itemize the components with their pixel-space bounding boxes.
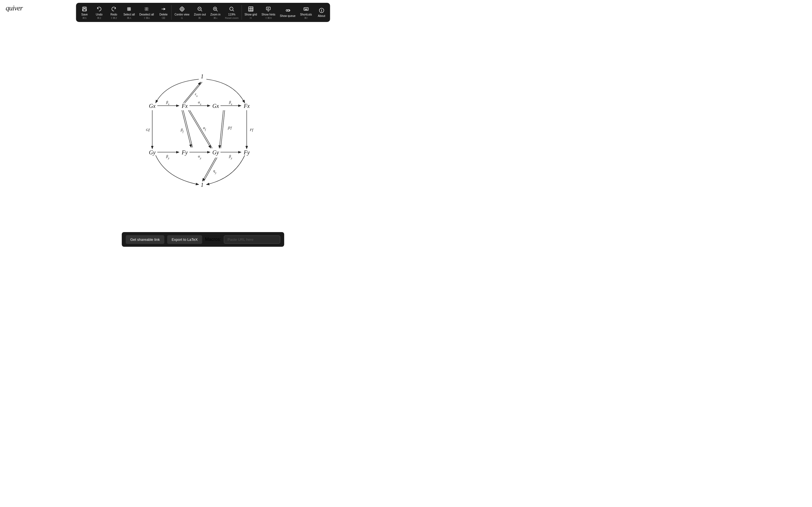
toolbar-shortcuts[interactable]: Shortcuts ⌘/ bbox=[298, 3, 314, 22]
label-beta-x2: βx bbox=[229, 100, 232, 106]
delete-shortcut: ⌫ bbox=[161, 17, 165, 19]
export-to-latex-button[interactable]: Export to LaTeX bbox=[167, 235, 202, 244]
toolbar-undo[interactable]: Undo ⌘Z bbox=[92, 3, 107, 22]
arc-1-to-gx bbox=[156, 79, 199, 103]
toolbar-redo[interactable]: Redo ⇧⌘Z bbox=[107, 3, 121, 22]
svg-rect-1 bbox=[84, 7, 86, 8]
toolbar-save[interactable]: Save ⌘S bbox=[77, 3, 92, 22]
toolbar-delete[interactable]: Delete ⌫ bbox=[156, 3, 171, 22]
show-hints-label: Show hints bbox=[262, 13, 275, 16]
label-eps-x: εx bbox=[195, 92, 198, 98]
label-gf-left: Gf bbox=[146, 128, 150, 132]
undo-label: Undo bbox=[96, 13, 103, 16]
svg-line-23 bbox=[216, 10, 218, 11]
commutative-diagram: .math { font-family: 'Times New Roman', … bbox=[124, 68, 282, 204]
svg-point-9 bbox=[145, 9, 147, 10]
toolbar-show-grid[interactable]: Show grid H bbox=[242, 3, 259, 22]
diagram: .math { font-family: 'Times New Roman', … bbox=[124, 68, 282, 205]
macros-url-input[interactable] bbox=[224, 235, 280, 244]
select-all-shortcut: ⌘A bbox=[127, 17, 131, 19]
svg-point-6 bbox=[129, 9, 131, 10]
toolbar-about[interactable]: About bbox=[314, 3, 329, 22]
svg-rect-32 bbox=[266, 7, 270, 10]
svg-rect-37 bbox=[304, 8, 308, 10]
redo-label: Redo bbox=[110, 13, 117, 16]
svg-point-45 bbox=[321, 9, 322, 10]
svg-point-4 bbox=[129, 7, 131, 9]
label-beta-y1: βy bbox=[166, 154, 169, 160]
select-all-icon bbox=[126, 6, 132, 12]
svg-point-3 bbox=[128, 7, 129, 9]
deselect-all-shortcut: ⇧⌘A bbox=[144, 17, 150, 19]
save-shortcut: ⌘S bbox=[82, 17, 87, 19]
info-icon bbox=[319, 7, 324, 14]
arrow-alpha-f-double bbox=[190, 110, 212, 148]
node-fx2: Fx bbox=[243, 103, 250, 109]
toolbar-deselect-all[interactable]: Deselect all ⇧⌘A bbox=[137, 3, 156, 22]
toolbar-show-queue[interactable]: Show queue bbox=[278, 3, 298, 22]
macros-label: Macros: bbox=[205, 237, 221, 242]
zoom-out-icon bbox=[197, 6, 203, 12]
toolbar-divider-1 bbox=[171, 5, 172, 20]
redo-icon bbox=[111, 6, 117, 12]
label-beta-y2: βy bbox=[229, 154, 232, 160]
canvas[interactable]: .math { font-family: 'Times New Roman', … bbox=[0, 25, 406, 253]
toolbar-reset-zoom[interactable]: − 119% Reset zoom bbox=[223, 3, 241, 22]
toolbar-zoom-out[interactable]: Zoom out ⌘- bbox=[192, 3, 208, 22]
save-icon bbox=[82, 6, 87, 12]
toolbar-centre-view[interactable]: Centre view G bbox=[172, 3, 192, 22]
node-gy2: Gy bbox=[212, 149, 219, 156]
toolbar-select-all[interactable]: Select all ⌘A bbox=[121, 3, 137, 22]
toolbar-show-hints[interactable]: Show hints ⇧⌘H bbox=[259, 3, 278, 22]
bottom-bar: Get shareable link Export to LaTeX Macro… bbox=[122, 232, 284, 247]
label-alpha-x: αx bbox=[198, 100, 201, 106]
show-grid-label: Show grid bbox=[245, 13, 257, 16]
label-alpha-f: αf bbox=[203, 126, 206, 131]
toolbar-divider-2 bbox=[241, 5, 242, 20]
select-all-label: Select all bbox=[123, 13, 135, 16]
node-gx1: Gx bbox=[149, 103, 155, 109]
arrow-eps-x-double bbox=[185, 82, 202, 103]
centre-view-label: Centre view bbox=[174, 13, 190, 16]
show-queue-label: Show queue bbox=[280, 14, 296, 17]
arc-fy2-to-1 bbox=[206, 155, 245, 184]
arrow-alpha-f bbox=[188, 110, 211, 148]
label-ff: Ff bbox=[250, 128, 254, 132]
svg-rect-27 bbox=[248, 7, 253, 11]
undo-icon bbox=[96, 6, 102, 12]
svg-point-35 bbox=[286, 10, 288, 11]
label-beta-f: βf bbox=[181, 128, 184, 133]
toolbar-zoom-in[interactable]: Zoom in ⌘= bbox=[208, 3, 223, 22]
about-label: About bbox=[318, 14, 325, 17]
get-shareable-link-button[interactable]: Get shareable link bbox=[126, 235, 164, 244]
deselect-all-label: Deselect all bbox=[139, 13, 154, 16]
zoom-in-icon bbox=[213, 6, 218, 12]
zoom-in-label: Zoom in bbox=[210, 13, 220, 16]
svg-point-8 bbox=[147, 7, 148, 9]
svg-line-19 bbox=[201, 10, 202, 11]
app-logo[interactable]: quiver bbox=[6, 4, 22, 12]
reset-zoom-icon: − bbox=[229, 6, 235, 12]
node-fy1: Fy bbox=[181, 149, 188, 156]
svg-text:−: − bbox=[231, 8, 232, 10]
save-label: Save bbox=[81, 13, 88, 16]
main-toolbar: Save ⌘S Undo ⌘Z Redo ⇧⌘Z bbox=[76, 3, 330, 22]
centre-view-shortcut: G bbox=[181, 17, 183, 19]
label-beta-prime-f: β'f bbox=[228, 126, 232, 130]
undo-shortcut: ⌘Z bbox=[97, 17, 101, 19]
delete-label: Delete bbox=[159, 13, 167, 16]
node-gy1: Gy bbox=[149, 149, 155, 156]
grid-icon bbox=[248, 6, 253, 12]
arrow-beta-f bbox=[182, 110, 191, 147]
shortcuts-label: Shortcuts bbox=[300, 13, 312, 16]
delete-icon bbox=[161, 6, 166, 12]
zoom-out-shortcut: ⌘- bbox=[198, 17, 202, 19]
node-gx2: Gx bbox=[212, 103, 219, 109]
centre-view-icon bbox=[179, 6, 185, 12]
svg-rect-2 bbox=[83, 9, 86, 11]
arc-1-to-fx2 bbox=[206, 79, 245, 103]
zoom-in-shortcut: ⌘= bbox=[213, 17, 217, 19]
redo-shortcut: ⇧⌘Z bbox=[110, 17, 117, 19]
svg-point-7 bbox=[145, 7, 147, 9]
reset-zoom-label: Reset zoom bbox=[225, 17, 239, 19]
